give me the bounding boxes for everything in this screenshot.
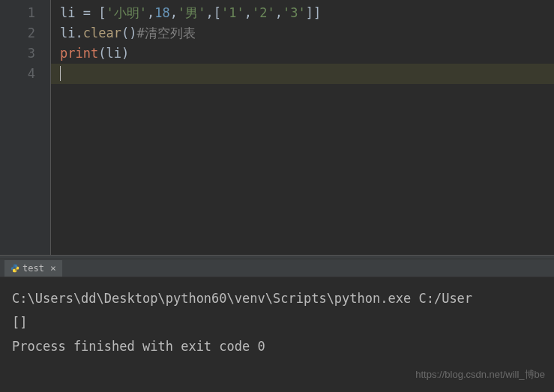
paren: ): [121, 46, 129, 61]
bracket: [: [98, 5, 106, 20]
operator: =: [75, 5, 98, 20]
argument: li: [106, 46, 121, 61]
string: 1: [229, 5, 236, 20]
line-number: 4: [0, 64, 50, 84]
dot: .: [75, 25, 82, 40]
console-tab-bar: test ×: [0, 259, 554, 277]
comma: ,: [170, 5, 178, 20]
comma: ,: [244, 5, 252, 20]
line-gutter: 1 2 3 4: [0, 0, 51, 255]
string-quote: ': [298, 5, 305, 20]
tab-label: test: [22, 263, 44, 274]
console-output: []: [12, 310, 542, 334]
string: 小明: [114, 5, 139, 20]
bracket: [: [214, 5, 221, 20]
code-area[interactable]: li = ['小明',18,'男',['1','2','3']] li.clea…: [51, 0, 554, 255]
number: 18: [154, 5, 169, 20]
tab-test[interactable]: test ×: [4, 260, 62, 277]
code-line-1[interactable]: li = ['小明',18,'男',['1','2','3']]: [60, 3, 554, 23]
bracket: ]: [306, 5, 313, 20]
string: 3: [290, 5, 298, 20]
string-quote: ': [106, 5, 113, 20]
code-line-4[interactable]: [51, 64, 554, 84]
line-number: 1: [0, 3, 50, 23]
variable: li: [60, 25, 75, 40]
close-icon[interactable]: ×: [50, 262, 56, 274]
bracket: ]: [313, 5, 321, 20]
code-line-2[interactable]: li.clear()#清空列表: [60, 23, 554, 43]
string-quote: ': [252, 5, 259, 20]
paren: (: [121, 25, 129, 40]
string-quote: ': [267, 5, 274, 20]
string-quote: ': [283, 5, 290, 20]
string-quote: ': [236, 5, 244, 20]
method-call: clear: [83, 25, 121, 40]
console-exit: Process finished with exit code 0: [12, 334, 542, 358]
line-number: 2: [0, 23, 50, 43]
string: 2: [259, 5, 267, 20]
code-editor[interactable]: 1 2 3 4 li = ['小明',18,'男',['1','2','3']]…: [0, 0, 554, 255]
string-quote: ': [139, 5, 147, 20]
code-line-3[interactable]: print(li): [60, 43, 554, 64]
comma: ,: [275, 5, 283, 20]
string-quote: ': [198, 5, 205, 20]
comment: #清空列表: [136, 25, 195, 40]
line-number: 3: [0, 43, 50, 64]
comma: ,: [147, 5, 154, 20]
builtin: print: [60, 46, 98, 61]
string-quote: ': [221, 5, 229, 20]
watermark: https://blog.csdn.net/will_博be: [415, 368, 545, 382]
caret-icon: [60, 66, 61, 81]
comma: ,: [205, 5, 213, 20]
string: 男: [185, 5, 198, 20]
python-icon: [10, 264, 19, 273]
paren: ): [129, 25, 136, 40]
paren: (: [98, 46, 106, 61]
console-line: C:\Users\dd\Desktop\python60\venv\Script…: [12, 286, 542, 310]
variable: li: [60, 5, 75, 20]
string-quote: ': [178, 5, 185, 20]
